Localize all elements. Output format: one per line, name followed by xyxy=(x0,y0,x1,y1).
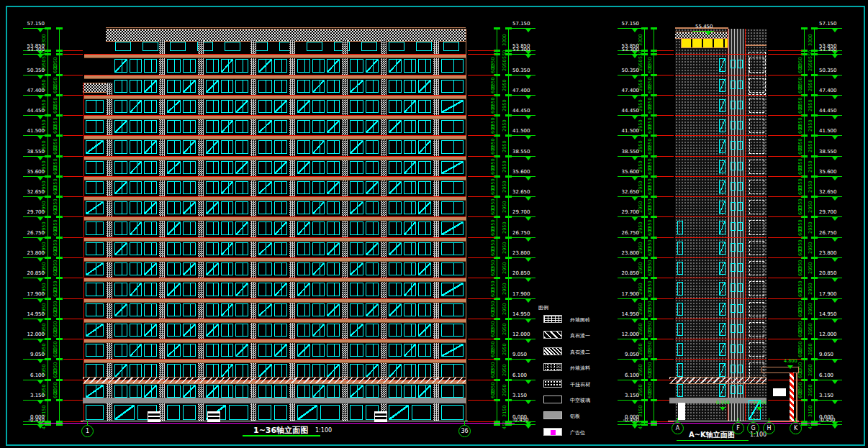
window-mullion xyxy=(396,121,397,132)
window-mullion xyxy=(213,121,214,132)
window-mullion xyxy=(228,202,229,214)
window-dim: 2350 xyxy=(648,219,652,232)
window-mullion xyxy=(425,324,426,336)
floor-line-extension xyxy=(656,298,674,299)
window-mullion xyxy=(425,243,426,255)
window-mullion xyxy=(243,263,243,275)
level-mark xyxy=(511,257,535,258)
slab-band xyxy=(84,96,466,99)
level-label: 44.450 xyxy=(20,109,45,114)
window-dim: 2350 xyxy=(491,301,495,313)
window-mullion xyxy=(304,263,305,275)
window-mullion xyxy=(425,365,426,377)
window xyxy=(297,80,310,93)
dim-tick xyxy=(811,53,818,55)
level-mark xyxy=(23,237,48,238)
level-label: 26.750 xyxy=(512,231,537,236)
level-mark xyxy=(618,135,642,136)
dim-tick xyxy=(641,27,648,29)
core-window xyxy=(738,324,743,333)
window xyxy=(221,161,234,174)
dim-tick xyxy=(811,237,818,239)
window-mullion xyxy=(357,385,358,397)
window-mullion xyxy=(373,385,374,397)
dim-tick xyxy=(811,379,818,381)
window-mullion xyxy=(96,385,96,397)
window-mullion xyxy=(373,81,374,92)
window xyxy=(130,140,143,154)
storey-dim: 3150 xyxy=(808,405,813,417)
window-mullion xyxy=(357,222,358,234)
level-mark-triangle xyxy=(525,96,531,99)
level-mark xyxy=(618,359,642,360)
storey-dim: 2950 xyxy=(808,323,813,335)
floor-line-extension xyxy=(656,216,674,217)
dim-tick xyxy=(56,338,63,340)
rooftop-solar-box xyxy=(681,38,728,48)
floor-line-extension xyxy=(63,339,83,339)
window xyxy=(221,100,234,113)
window-mullion xyxy=(320,243,320,255)
window xyxy=(366,221,379,235)
window-mullion xyxy=(334,324,335,336)
level-label: 29.700 xyxy=(20,210,45,215)
floor-line-extension xyxy=(768,156,803,157)
window xyxy=(167,201,181,214)
grid-bubble: H xyxy=(763,422,775,434)
window xyxy=(274,140,288,154)
window-mullion xyxy=(122,365,122,377)
floor-line-extension xyxy=(63,216,83,217)
level-mark-triangle xyxy=(832,380,838,384)
storefront-window xyxy=(320,405,340,420)
window-mullion xyxy=(213,101,214,112)
window-mullion xyxy=(320,202,320,214)
window xyxy=(144,364,157,378)
grid-bubble: F xyxy=(732,422,744,434)
window-mullion xyxy=(411,304,412,316)
core-window xyxy=(738,162,743,170)
window-mullion xyxy=(425,263,426,275)
window xyxy=(366,242,379,255)
core-window xyxy=(738,365,743,373)
window xyxy=(130,161,143,174)
window-mullion xyxy=(334,182,335,193)
window xyxy=(274,324,288,337)
floor-line-extension xyxy=(468,359,495,360)
window-mullion xyxy=(357,365,358,377)
window-mullion xyxy=(122,304,122,316)
floor-line-extension xyxy=(468,298,495,299)
window-mullion xyxy=(411,182,412,193)
level-mark-triangle xyxy=(37,55,43,58)
level-mark-triangle xyxy=(37,401,43,404)
cad-canvas[interactable]: 1~36轴立面图 1:100 A~K轴立面图 1:100 图例 外墙面砖真石漆一… xyxy=(0,0,868,448)
slab-band xyxy=(84,258,466,262)
window-dim: 2350 xyxy=(648,301,652,313)
window xyxy=(183,324,196,337)
canopy-hatch-band xyxy=(669,377,767,384)
level-label: 3.150 xyxy=(20,393,45,398)
window xyxy=(167,120,181,133)
window-mullion xyxy=(357,243,358,255)
window xyxy=(404,201,417,214)
floor-line xyxy=(675,216,767,217)
floor-line-extension xyxy=(468,54,495,55)
level-mark-triangle xyxy=(832,76,838,79)
window-mullion xyxy=(281,101,282,112)
dim-tick xyxy=(56,114,63,116)
legend-swatch-diag xyxy=(543,331,562,339)
dim-tick xyxy=(641,155,648,157)
annex-window xyxy=(773,388,786,396)
window xyxy=(441,181,464,194)
window xyxy=(144,140,157,154)
window-dim: 2350 xyxy=(491,178,495,191)
window-mullion xyxy=(453,263,454,275)
storey-dim: 2950 xyxy=(502,242,507,254)
window xyxy=(441,324,464,337)
window xyxy=(130,120,143,133)
window-mullion xyxy=(304,101,305,112)
window-mullion xyxy=(122,81,122,92)
dim-line xyxy=(48,28,48,424)
window-mullion xyxy=(137,121,137,132)
window-mullion xyxy=(304,121,305,132)
window-mullion xyxy=(334,60,335,72)
